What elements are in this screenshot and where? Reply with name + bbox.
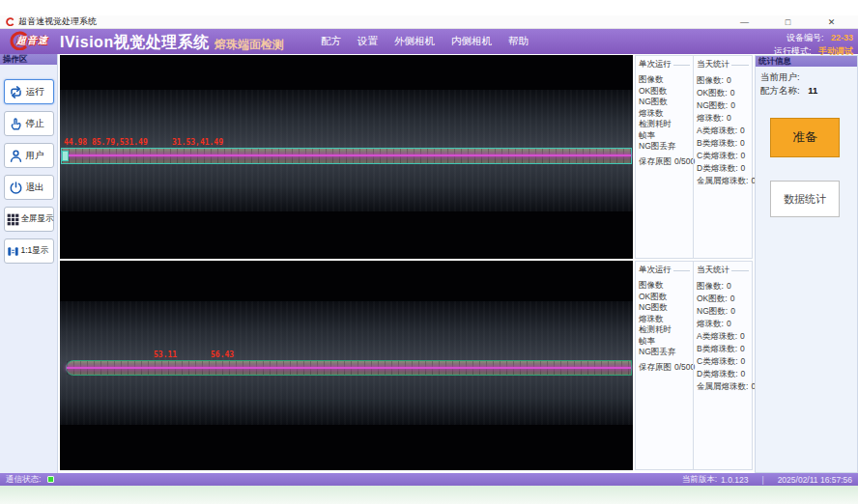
fullscreen-button-label: 全屏显示 [21, 213, 54, 225]
fullscreen-button[interactable]: 全屏显示 [4, 207, 54, 232]
data-statistics-button[interactable]: 数据统计 [770, 181, 840, 217]
fullscreen-grid-icon [7, 213, 19, 226]
stat-row: C类熔珠数:0 [697, 355, 749, 368]
stat-row: 帧率 [639, 336, 690, 348]
user-icon [9, 149, 23, 163]
stat-row: 帧率 [639, 130, 690, 142]
screen: 超音速视觉处理系统 — □ ✕ 超音速 IVision视觉处理系统 熔珠端面检测… [0, 0, 858, 504]
stat-row: 金属屑熔珠数:0 [697, 175, 749, 187]
desktop-top-margin [0, 0, 858, 15]
stat-row: OK图数:0 [697, 293, 749, 305]
one-to-one-button[interactable]: 1:1显示 [4, 238, 54, 264]
menu-item[interactable]: 设置 [358, 35, 378, 48]
stat-row: OK图数:0 [697, 87, 749, 99]
stat-row: D类熔珠数:0 [697, 368, 749, 380]
strip-roi-box [66, 360, 632, 376]
maximize-button[interactable]: □ [766, 15, 810, 29]
laser-line [67, 367, 631, 369]
minimize-button[interactable]: — [723, 15, 766, 29]
menu-item[interactable]: 帮助 [508, 35, 529, 48]
run-button[interactable]: 运行 [4, 79, 54, 104]
measurement-annotation: 53.11 [154, 350, 177, 359]
close-button[interactable]: ✕ [810, 15, 853, 29]
stat-row: C类熔珠数:0 [697, 150, 749, 162]
recipe-name-label: 配方名称: [760, 85, 800, 96]
comm-status-label: 通信状态: [6, 474, 41, 486]
stop-hand-icon [9, 117, 23, 131]
today-stats-title: 当天统计 [697, 59, 729, 70]
stat-row: 熔珠数:0 [697, 112, 749, 125]
strip-left-marker [62, 151, 69, 161]
operation-area-title: 操作区 [0, 54, 57, 65]
single-run-column: 单次运行 图像数OK图数NG图数熔珠数检测耗时帧率NG图丢弃保存原图0/500 [636, 262, 693, 469]
brand-name: 超音速 [16, 34, 48, 47]
stat-row: NG图数:0 [697, 305, 749, 318]
single-run-title: 单次运行 [639, 265, 672, 276]
measurement-annotation: 56.43 [211, 350, 234, 359]
version-datetime: 当前版本: 1.0.123 | 2025/02/11 16:57:56 [682, 474, 852, 486]
menu-bar: 配方设置外侧相机内侧相机帮助 [321, 29, 529, 54]
stat-row: 图像数 [639, 280, 690, 292]
stats-panel-outer: 单次运行 图像数OK图数NG图数熔珠数检测耗时帧率NG图丢弃保存原图0/500 … [635, 55, 753, 259]
stop-button[interactable]: 停止 [4, 111, 54, 136]
measurement-overlay: 44.98 85.79,531.4931.53,41.49 [60, 138, 633, 148]
stat-row: NG图数:0 [697, 99, 749, 112]
menu-item[interactable]: 配方 [321, 35, 341, 48]
version-label: 当前版本: [682, 474, 717, 486]
stat-row: B类熔珠数:0 [697, 343, 749, 355]
device-number-value: 22-33 [831, 33, 853, 42]
stat-row: 图像数:0 [697, 280, 749, 293]
desktop-bottom-margin [0, 486, 858, 504]
stat-row: NG图丢弃 [639, 141, 690, 153]
stat-row: OK图数 [639, 292, 690, 303]
stat-row: B类熔珠数:0 [697, 137, 749, 150]
user-button[interactable]: 用户 [4, 143, 54, 168]
info-panel: 统计信息 当前用户: 配方名称: 11 准备 数据统计 [755, 55, 858, 473]
stat-row: A类熔珠数:0 [697, 330, 749, 343]
version-value: 1.0.123 [721, 475, 748, 485]
stat-row: 金属屑熔珠数:0 [697, 380, 749, 393]
stat-row: 图像数 [639, 74, 690, 86]
stat-row: 保存原图0/500 [639, 362, 690, 374]
stat-row: 图像数:0 [697, 74, 749, 87]
single-run-column: 单次运行 图像数OK图数NG图数熔珠数检测耗时帧率NG图丢弃保存原图0/500 [636, 56, 693, 258]
user-button-label: 用户 [26, 150, 44, 162]
separator: | [761, 475, 763, 485]
menu-item[interactable]: 内侧相机 [451, 35, 492, 48]
power-icon [9, 181, 23, 195]
stat-row: D类熔珠数:0 [697, 162, 749, 175]
run-icon [9, 85, 23, 99]
stat-row: 熔珠数 [639, 108, 690, 120]
recipe-name-value: 11 [808, 85, 817, 96]
app-subtitle: 熔珠端面检测 [214, 37, 284, 53]
window-controls: — □ ✕ [723, 15, 853, 29]
datetime: 2025/02/11 16:57:56 [778, 475, 852, 485]
run-button-label: 运行 [26, 86, 44, 98]
app-title: IVision视觉处理系统 [60, 33, 210, 53]
prepare-button[interactable]: 准备 [770, 118, 840, 157]
single-run-title: 单次运行 [639, 59, 672, 70]
camera-viewport-outer: 44.98 85.79,531.4931.53,41.49 [60, 55, 633, 259]
window-title: 超音速视觉处理系统 [18, 15, 97, 28]
menu-item[interactable]: 外侧相机 [394, 35, 435, 48]
stat-row: A类熔珠数:0 [697, 125, 749, 137]
stats-panel-inner: 单次运行 图像数OK图数NG图数熔珠数检测耗时帧率NG图丢弃保存原图0/500 … [635, 261, 753, 470]
strip-roi-box [61, 148, 632, 164]
stat-row: NG图数 [639, 302, 690, 314]
operation-sidebar: 操作区 运行 停止 [0, 54, 58, 473]
laser-line [62, 154, 631, 156]
today-stats-column: 当天统计 图像数:0OK图数:0NG图数:0熔珠数:0A类熔珠数:0B类熔珠数:… [693, 262, 752, 469]
brand-logo: 超音速 [5, 31, 48, 50]
app-logo-icon [6, 17, 14, 26]
measurement-overlay: 53.1156.43 [60, 350, 633, 360]
window-titlebar: 超音速视觉处理系统 — □ ✕ [0, 15, 858, 29]
stat-row: NG图数 [639, 97, 690, 108]
stop-button-label: 停止 [26, 118, 44, 130]
exit-button[interactable]: 退出 [4, 175, 54, 200]
stat-row: OK图数 [639, 86, 690, 98]
status-bar: 通信状态: 当前版本: 1.0.123 | 2025/02/11 16:57:5… [0, 473, 858, 486]
comm-status-indicator [47, 476, 54, 483]
device-number-label: 设备编号: [786, 33, 824, 42]
measurement-annotation: 44.98 85.79,531.49 [64, 138, 148, 147]
stat-row: 检测耗时 [639, 324, 690, 336]
